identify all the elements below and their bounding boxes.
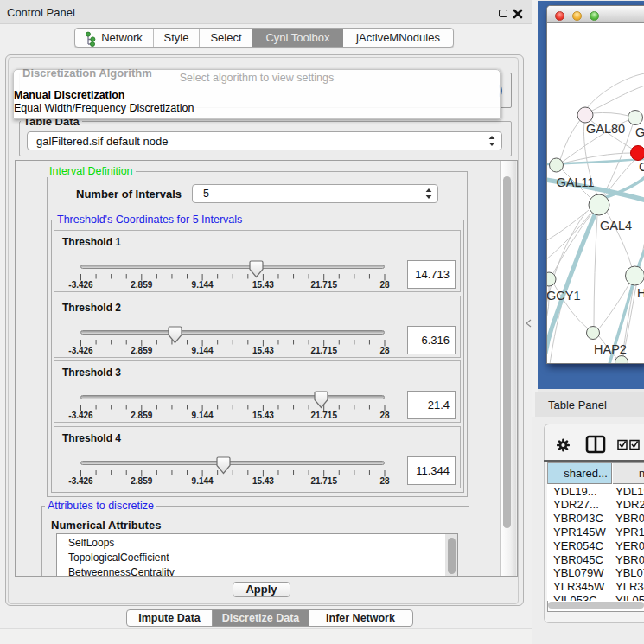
svg-text:GAL11: GAL11: [557, 175, 595, 189]
svg-text:GCY1: GCY1: [547, 289, 581, 303]
svg-text:C: C: [639, 160, 644, 174]
svg-text:GAL4: GAL4: [600, 219, 632, 233]
svg-text:G.: G.: [635, 125, 644, 139]
svg-text:H: H: [637, 286, 644, 300]
svg-text:GAL80: GAL80: [586, 122, 625, 136]
svg-text:HAP2: HAP2: [594, 342, 627, 356]
